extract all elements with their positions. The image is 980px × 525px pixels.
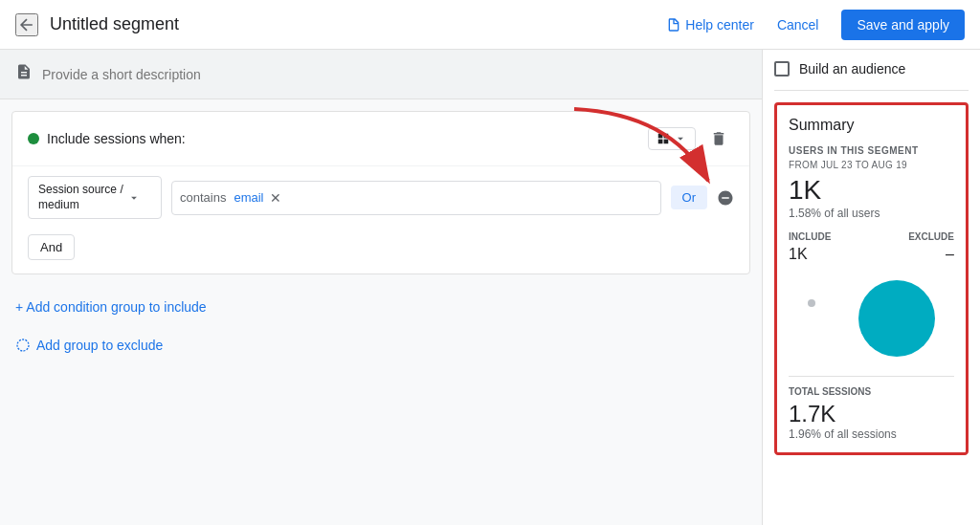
remove-filter-button[interactable] [717,189,734,207]
filter-chip: contains email ✕ [180,190,281,206]
help-center-label: Help center [685,17,754,33]
left-panel-wrapper: Include sessions when: [0,50,762,525]
total-sessions-value: 1.7K [789,401,954,427]
left-panel: Include sessions when: [0,50,762,362]
page-title: Untitled segment [50,14,666,34]
svg-rect-1 [658,134,663,139]
users-value: 1K [789,174,954,207]
description-icon [15,63,33,85]
date-range-label: FROM JUL 23 TO AUG 19 [789,160,954,170]
include-exclude-values-row: 1K – [789,246,954,263]
dimension-select[interactable]: Session source /medium [28,176,162,219]
svg-rect-3 [658,140,663,144]
chip-value: email [234,190,263,205]
filter-chips-area[interactable]: contains email ✕ [171,181,661,215]
users-subtext: 1.58% of all users [789,207,954,220]
header: Untitled segment Help center Cancel Save… [0,0,980,50]
chip-operator: contains [180,190,226,205]
exclude-value: – [946,246,954,263]
exclude-label: EXCLUDE [908,231,954,242]
total-sessions-subtext: 1.96% of all sessions [789,427,954,441]
description-area [0,50,762,99]
chart-area [789,271,954,366]
svg-point-5 [17,339,29,351]
filter-row: Session source /medium contains email ✕ … [12,166,749,229]
header-actions: Help center Cancel Save and apply [666,10,965,40]
segment-type-button[interactable] [648,127,696,150]
add-condition-group[interactable]: + Add condition group to include [0,286,762,328]
summary-box: Summary USERS IN THIS SEGMENT FROM JUL 2… [774,102,969,455]
svg-rect-4 [664,140,669,144]
include-value: 1K [789,246,808,263]
add-exclude-group[interactable]: Add group to exclude [0,328,762,362]
users-in-segment-label: USERS IN THIS SEGMENT [789,145,954,156]
total-sessions-label: TOTAL SESSIONS [789,386,954,397]
build-audience-section: Build an audience [774,61,969,91]
dimension-label: Session source /medium [38,183,123,212]
delete-condition-button[interactable] [703,123,734,154]
add-exclude-label: Add group to exclude [36,338,163,353]
add-condition-label: + Add condition group to include [15,299,207,315]
help-center-link[interactable]: Help center [666,17,754,33]
include-label: INCLUDE [789,231,831,242]
right-panel: Build an audience Summary USERS IN THIS … [762,50,980,525]
and-area: And [12,229,749,273]
cancel-button[interactable]: Cancel [769,10,827,40]
chip-close-button[interactable]: ✕ [270,190,281,206]
description-input[interactable] [42,67,746,82]
chart-dot [808,299,815,307]
include-exclude-row: INCLUDE EXCLUDE [789,231,954,242]
save-apply-button[interactable]: Save and apply [841,10,965,40]
main-layout: Include sessions when: [0,50,980,525]
condition-header: Include sessions when: [12,112,749,166]
summary-title: Summary [789,117,954,134]
build-audience-checkbox[interactable] [774,61,790,77]
condition-title: Include sessions when: [47,131,186,146]
or-button[interactable]: Or [671,186,707,209]
build-audience-label: Build an audience [799,61,905,77]
include-indicator [28,133,39,144]
back-button[interactable] [15,13,38,36]
chart-circle [858,280,935,357]
condition-actions [648,123,734,154]
svg-rect-2 [664,134,669,139]
condition-title-area: Include sessions when: [28,131,186,146]
condition-group: Include sessions when: [11,111,750,274]
summary-divider [789,376,954,377]
and-button[interactable]: And [28,234,75,260]
